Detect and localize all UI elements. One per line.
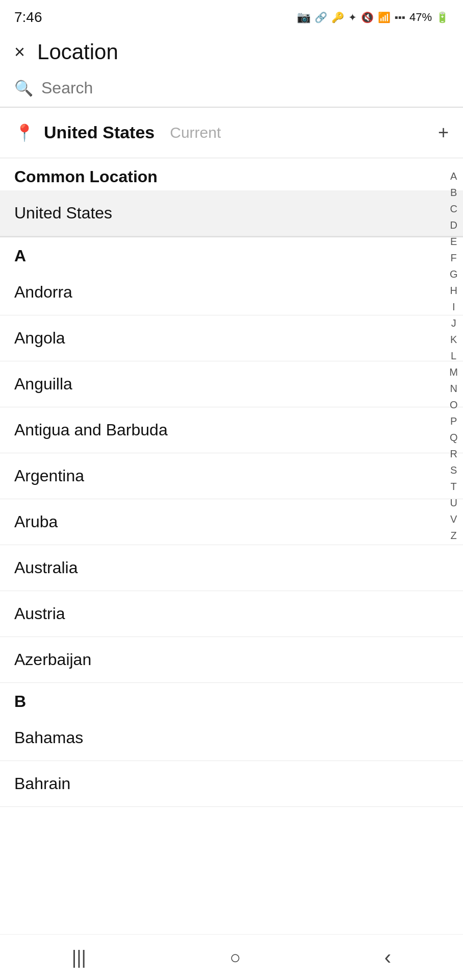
page-header: × Location bbox=[0, 31, 463, 74]
list-item[interactable]: Aruba bbox=[0, 499, 463, 545]
alpha-m[interactable]: M bbox=[447, 364, 460, 380]
current-country: United States bbox=[44, 122, 155, 142]
close-button[interactable]: × bbox=[14, 43, 25, 61]
alpha-v[interactable]: V bbox=[448, 511, 459, 527]
alpha-f[interactable]: F bbox=[449, 250, 459, 265]
list-item[interactable]: United States bbox=[0, 190, 463, 236]
current-label: Current bbox=[170, 124, 221, 141]
list-item[interactable]: Argentina bbox=[0, 453, 463, 499]
list-item[interactable]: Australia bbox=[0, 545, 463, 591]
alpha-q[interactable]: Q bbox=[448, 430, 460, 445]
alpha-k[interactable]: K bbox=[448, 332, 459, 347]
battery-icon: 🔋 bbox=[436, 11, 449, 23]
status-bar: 7:46 📷 🔗 🔑 ✦ 🔇 📶 ▪▪▪ 47% 🔋 bbox=[0, 0, 463, 31]
wifi-icon: 📶 bbox=[378, 11, 391, 23]
alpha-u[interactable]: U bbox=[448, 495, 459, 510]
common-location-header: Common Location bbox=[0, 158, 463, 190]
list-item[interactable]: Antigua and Barbuda bbox=[0, 407, 463, 453]
alpha-l[interactable]: L bbox=[449, 348, 458, 363]
alpha-o[interactable]: O bbox=[448, 397, 460, 412]
alpha-p[interactable]: P bbox=[448, 413, 459, 429]
list-item[interactable]: Andorra bbox=[0, 270, 463, 315]
search-bar: 🔍 bbox=[0, 74, 463, 107]
pin-icon: 📍 bbox=[14, 123, 35, 142]
alpha-i[interactable]: I bbox=[450, 299, 457, 314]
alpha-j[interactable]: J bbox=[449, 315, 458, 331]
nav-back-button[interactable]: ‹ bbox=[364, 941, 411, 974]
page-title: Location bbox=[37, 40, 118, 64]
list-item[interactable]: Bahamas bbox=[0, 715, 463, 761]
current-location-row[interactable]: 📍 United States Current + bbox=[0, 108, 463, 158]
content-area: 📍 United States Current + Common Locatio… bbox=[0, 108, 463, 858]
alphabet-index: A B C D E F G H I J K L M N O P Q R S T … bbox=[447, 168, 460, 543]
list-item[interactable]: Bahrain bbox=[0, 761, 463, 807]
section-header-a: A bbox=[0, 237, 463, 270]
alpha-n[interactable]: N bbox=[448, 381, 459, 396]
section-header-b: B bbox=[0, 683, 463, 715]
key-icon: 🔑 bbox=[331, 11, 344, 23]
list-item[interactable]: Angola bbox=[0, 315, 463, 361]
mute-icon: 🔇 bbox=[361, 11, 374, 23]
alpha-g[interactable]: G bbox=[448, 266, 460, 282]
add-location-button[interactable]: + bbox=[438, 122, 449, 143]
nav-home-button[interactable]: ○ bbox=[209, 942, 261, 973]
alpha-t[interactable]: T bbox=[449, 479, 459, 494]
status-time: 7:46 bbox=[14, 9, 42, 26]
list-item[interactable]: Anguilla bbox=[0, 361, 463, 407]
alpha-h[interactable]: H bbox=[448, 283, 459, 298]
camera-icon: 📷 bbox=[297, 11, 311, 24]
alpha-e[interactable]: E bbox=[448, 234, 459, 249]
alpha-b[interactable]: B bbox=[448, 185, 459, 200]
nav-bar: ||| ○ ‹ bbox=[0, 934, 463, 980]
alpha-c[interactable]: C bbox=[448, 201, 459, 216]
nav-menu-button[interactable]: ||| bbox=[52, 942, 107, 973]
search-input[interactable] bbox=[41, 79, 449, 97]
alpha-a[interactable]: A bbox=[448, 168, 459, 184]
battery-indicator: 47% bbox=[409, 11, 432, 24]
alpha-r[interactable]: R bbox=[448, 446, 459, 461]
bluetooth-icon: ✦ bbox=[348, 11, 357, 23]
current-location-left: 📍 United States Current bbox=[14, 122, 221, 142]
signal-icon: ▪▪▪ bbox=[395, 12, 405, 23]
alpha-s[interactable]: S bbox=[448, 462, 459, 478]
alpha-d[interactable]: D bbox=[448, 217, 459, 233]
list-item[interactable]: Azerbaijan bbox=[0, 637, 463, 683]
alpha-z[interactable]: Z bbox=[449, 528, 459, 543]
search-icon: 🔍 bbox=[14, 79, 33, 97]
status-icons: 📷 🔗 🔑 ✦ 🔇 📶 ▪▪▪ 47% 🔋 bbox=[297, 11, 449, 24]
link-icon: 🔗 bbox=[315, 11, 327, 23]
list-item[interactable]: Austria bbox=[0, 591, 463, 637]
